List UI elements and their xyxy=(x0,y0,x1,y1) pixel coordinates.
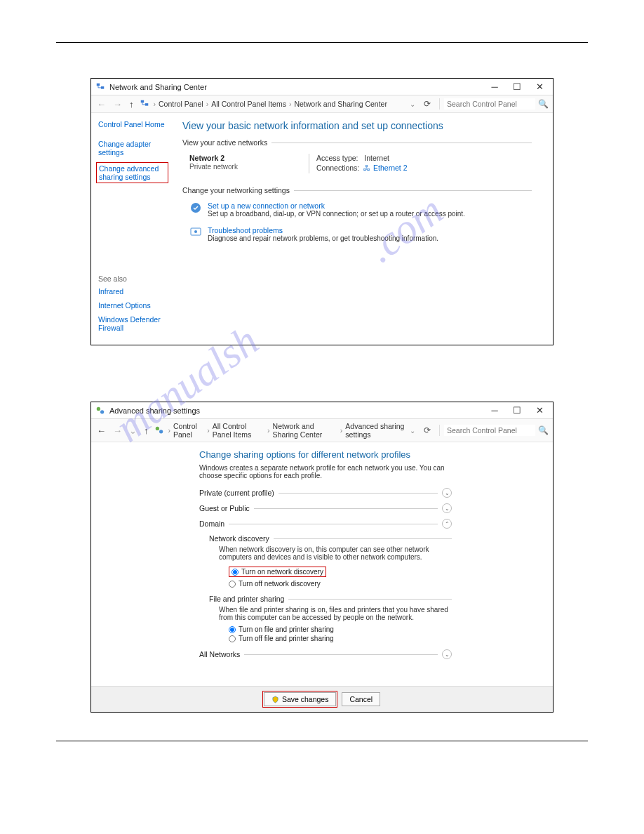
network-breadcrumb-icon xyxy=(154,425,164,435)
breadcrumb[interactable]: › Control Panel › All Control Panel Item… xyxy=(154,100,406,108)
breadcrumb-item[interactable]: All Control Panel Items xyxy=(213,422,264,439)
page-title: Change sharing options for different net… xyxy=(199,449,452,460)
minimize-button[interactable]: ─ xyxy=(485,405,504,416)
svg-point-10 xyxy=(159,430,163,433)
maximize-button[interactable]: ☐ xyxy=(508,405,526,416)
titlebar: Advanced sharing settings ─ ☐ ✕ xyxy=(91,402,553,419)
recent-button[interactable]: ⌄ xyxy=(128,425,138,436)
page-desc: Windows creates a separate network profi… xyxy=(199,464,452,479)
see-also-heading: See also xyxy=(98,274,166,283)
profile-all-networks[interactable]: All Networks ⌄ xyxy=(199,649,452,659)
radio-turn-off-discovery[interactable]: Turn off network discovery xyxy=(229,580,452,588)
address-bar: ← → ⌄ ↑ › Control Panel › All Control Pa… xyxy=(91,419,553,442)
search-icon: 🔍 xyxy=(538,425,549,435)
search-input[interactable] xyxy=(444,98,535,110)
breadcrumb-item[interactable]: Network and Sharing Center xyxy=(294,100,387,108)
page-rule-bottom xyxy=(56,741,588,741)
sidebar-change-advanced-sharing[interactable]: Change advanced sharing settings xyxy=(96,162,168,183)
radio-turn-on-file-sharing[interactable]: Turn on file and printer sharing xyxy=(229,626,452,633)
forward-button[interactable]: → xyxy=(112,99,123,110)
network-discovery-desc: When network discovery is on, this compu… xyxy=(209,545,452,561)
profile-guest[interactable]: Guest or Public ⌄ xyxy=(199,503,452,513)
see-also-firewall[interactable]: Windows Defender Firewall xyxy=(98,315,166,332)
breadcrumb-item[interactable]: Network and Sharing Center xyxy=(273,422,337,439)
save-changes-button[interactable]: Save changes xyxy=(264,692,337,706)
network-name: Network 2 xyxy=(189,154,224,162)
chevron-down-icon: ⌄ xyxy=(442,649,452,659)
network-discovery-heading: Network discovery xyxy=(209,534,452,543)
svg-point-9 xyxy=(155,427,159,430)
svg-rect-3 xyxy=(145,103,147,106)
troubleshoot-desc: Diagnose and repair network problems, or… xyxy=(208,234,438,242)
change-settings-label: Change your networking settings xyxy=(182,186,532,194)
window-title: Network and Sharing Center xyxy=(109,83,485,91)
file-sharing-heading: File and printer sharing xyxy=(209,595,452,603)
radio-turn-off-file-sharing[interactable]: Turn off file and printer sharing xyxy=(229,635,452,642)
minimize-button[interactable]: ─ xyxy=(485,81,504,92)
profile-domain[interactable]: Domain ⌃ xyxy=(199,519,452,529)
page-rule-top xyxy=(56,42,588,43)
up-button[interactable]: ↑ xyxy=(128,99,135,110)
close-button[interactable]: ✕ xyxy=(530,405,549,416)
access-type-value: Internet xyxy=(364,154,389,162)
svg-rect-2 xyxy=(140,100,143,103)
file-sharing-desc: When file and printer sharing is on, fil… xyxy=(209,606,452,621)
radio-turn-on-discovery[interactable]: Turn on network discovery xyxy=(229,567,326,577)
troubleshoot-link[interactable]: Troubleshoot problems xyxy=(208,226,438,234)
network-icon xyxy=(95,82,105,92)
breadcrumb-item[interactable]: All Control Panel Items xyxy=(211,100,286,108)
cancel-button[interactable]: Cancel xyxy=(342,692,380,706)
network-breadcrumb-icon xyxy=(140,99,149,109)
svg-point-7 xyxy=(97,406,100,410)
shield-icon xyxy=(271,696,279,703)
see-also-internet-options[interactable]: Internet Options xyxy=(98,301,166,310)
svg-point-6 xyxy=(194,230,197,233)
connection-link[interactable]: Ethernet 2 xyxy=(373,164,407,172)
address-bar: ← → ↑ › Control Panel › All Control Pane… xyxy=(91,95,553,113)
troubleshoot-icon xyxy=(189,226,202,239)
sidebar-control-panel-home[interactable]: Control Panel Home xyxy=(98,120,166,128)
dropdown-icon[interactable]: ⌄ xyxy=(410,427,415,435)
window-title: Advanced sharing settings xyxy=(109,406,485,415)
search-icon: 🔍 xyxy=(538,99,549,109)
refresh-button[interactable]: ⟳ xyxy=(420,99,435,109)
main-panel: View your basic network information and … xyxy=(172,113,553,345)
page-title: View your basic network information and … xyxy=(182,120,532,131)
chevron-down-icon: ⌄ xyxy=(442,503,452,513)
profile-private[interactable]: Private (current profile) ⌄ xyxy=(199,488,452,498)
dropdown-icon[interactable]: ⌄ xyxy=(410,100,415,108)
setup-connection-icon xyxy=(189,201,202,214)
back-button[interactable]: ← xyxy=(95,99,107,110)
breadcrumb-item[interactable]: Control Panel xyxy=(159,100,203,108)
active-networks-label: View your active networks xyxy=(182,138,532,147)
titlebar: Network and Sharing Center ─ ☐ ✕ xyxy=(91,79,553,95)
back-button[interactable]: ← xyxy=(95,425,107,436)
search-input[interactable] xyxy=(444,425,535,436)
breadcrumb-item[interactable]: Advanced sharing settings xyxy=(345,422,405,439)
see-also-infrared[interactable]: Infrared xyxy=(98,287,166,296)
window-advanced-sharing: Advanced sharing settings ─ ☐ ✕ ← → ⌄ ↑ … xyxy=(90,402,554,713)
setup-connection-desc: Set up a broadband, dial-up, or VPN conn… xyxy=(208,210,465,218)
chevron-down-icon: ⌄ xyxy=(442,488,452,498)
svg-point-8 xyxy=(100,410,104,413)
breadcrumb-item[interactable]: Control Panel xyxy=(173,422,204,439)
close-button[interactable]: ✕ xyxy=(530,81,549,92)
sidebar: Control Panel Home Change adapter settin… xyxy=(91,113,172,345)
network-icon xyxy=(95,406,105,416)
ethernet-icon: 🖧 xyxy=(363,164,371,172)
setup-connection-link[interactable]: Set up a new connection or network xyxy=(208,201,465,210)
svg-rect-0 xyxy=(97,83,100,86)
network-type: Private network xyxy=(189,163,238,171)
svg-rect-1 xyxy=(101,86,104,89)
up-button[interactable]: ↑ xyxy=(142,425,150,436)
maximize-button[interactable]: ☐ xyxy=(508,81,526,92)
chevron-up-icon: ⌃ xyxy=(442,519,452,529)
sidebar-change-adapter[interactable]: Change adapter settings xyxy=(98,140,166,157)
breadcrumb[interactable]: › Control Panel › All Control Panel Item… xyxy=(168,422,406,439)
dialog-footer: Save changes Cancel xyxy=(91,686,553,712)
refresh-button[interactable]: ⟳ xyxy=(420,425,435,435)
forward-button[interactable]: → xyxy=(112,425,123,436)
window-network-sharing-center: Network and Sharing Center ─ ☐ ✕ ← → ↑ ›… xyxy=(90,78,554,345)
